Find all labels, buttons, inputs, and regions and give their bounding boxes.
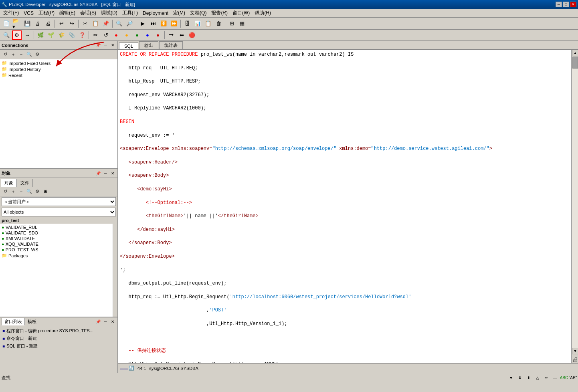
tb-copy[interactable]: 📋: [91, 19, 100, 28]
scroll-down[interactable]: ▼: [572, 348, 578, 354]
menu-project[interactable]: 工程(P): [36, 9, 57, 17]
tb2-b3[interactable]: 🌾: [57, 30, 66, 40]
menu-doc[interactable]: 文档(Q): [188, 9, 209, 17]
user-dropdown[interactable]: ＜当前用户＞: [2, 197, 116, 206]
win-item-3[interactable]: ■ SQL 窗口 - 新建: [2, 342, 116, 350]
find-btn-1[interactable]: ▼: [507, 374, 515, 382]
winlist-close[interactable]: ✕: [109, 319, 116, 325]
obj-remove[interactable]: −: [18, 188, 25, 195]
tb2-c3[interactable]: ●: [111, 30, 121, 40]
tb-new[interactable]: 📄: [2, 19, 11, 28]
menu-session[interactable]: 会话(S): [78, 9, 99, 17]
tb-save[interactable]: 💾: [22, 19, 32, 28]
tb-db3[interactable]: 📋: [203, 19, 213, 28]
objects-minimize[interactable]: ─: [102, 170, 109, 177]
tb-undo[interactable]: ↩: [57, 19, 66, 28]
conn-settings[interactable]: ⚙: [34, 51, 41, 58]
connections-pin[interactable]: 📌: [95, 42, 101, 48]
tb-open-dropdown[interactable]: 📂▾: [12, 19, 22, 28]
tab-objects[interactable]: 对象: [1, 179, 17, 187]
tab-sql[interactable]: SQL: [119, 42, 138, 49]
tb-print2[interactable]: 🖨: [43, 19, 53, 28]
tb2-nav3[interactable]: 🔴: [187, 30, 197, 40]
conn-remove[interactable]: −: [18, 51, 25, 58]
tb2-settings[interactable]: ⚙: [12, 30, 22, 40]
tb-search2[interactable]: 🔎: [125, 19, 134, 28]
menu-help[interactable]: 帮助(H): [252, 9, 273, 17]
tb2-c2[interactable]: ↺: [101, 30, 111, 40]
tb2-b2[interactable]: 🌱: [46, 30, 56, 40]
find-btn-5[interactable]: ✏: [543, 374, 550, 382]
tab-window-list[interactable]: 窗口列表: [2, 318, 25, 325]
menu-deployment[interactable]: Deployment: [140, 10, 171, 17]
objects-close[interactable]: ✕: [109, 170, 116, 177]
menu-tools[interactable]: 工具(T): [120, 9, 140, 17]
scroll-track[interactable]: [572, 56, 578, 348]
conn-add[interactable]: +: [10, 51, 17, 58]
find-btn-abc[interactable]: ABC: [560, 374, 568, 382]
tb-print[interactable]: 🖨: [33, 19, 42, 28]
tb2-b4[interactable]: 📎: [67, 30, 77, 40]
close-btn[interactable]: ✕: [570, 2, 576, 7]
tab-template[interactable]: 模板: [25, 318, 39, 325]
win-item-2[interactable]: ■ 命令窗口 - 新建: [2, 335, 116, 342]
connections-minimize[interactable]: ─: [102, 42, 109, 48]
scroll-thumb[interactable]: [572, 57, 578, 69]
obj-item-packages[interactable]: 📁 Packages: [1, 253, 112, 259]
tb2-search[interactable]: 🔍: [2, 30, 11, 40]
filter-dropdown[interactable]: All objects: [2, 208, 116, 216]
menu-macro[interactable]: 宏(M): [171, 9, 188, 17]
menu-edit[interactable]: 编辑(E): [57, 9, 78, 17]
tb-db1[interactable]: 🗄: [182, 19, 192, 28]
tab-stats[interactable]: 统计表: [159, 41, 183, 49]
obj-refresh[interactable]: ↺: [2, 188, 9, 195]
find-btn-4[interactable]: △: [534, 374, 541, 382]
find-btn-2[interactable]: ⬇: [516, 374, 523, 382]
tb2-c4[interactable]: ●: [122, 30, 131, 40]
obj-item-5[interactable]: ● PRO_TEST_WS: [1, 247, 112, 253]
menu-debug[interactable]: 调试(D): [99, 9, 120, 17]
tb-grid2[interactable]: ▦: [237, 19, 247, 28]
obj-add[interactable]: +: [10, 188, 17, 195]
tb-search[interactable]: 🔍: [114, 19, 124, 28]
tb2-help[interactable]: ❓: [77, 30, 87, 40]
tb2-nav2[interactable]: ⬅: [177, 30, 186, 40]
obj-extra[interactable]: ⊞: [42, 188, 49, 195]
tb-run3[interactable]: ⏬: [159, 19, 168, 28]
tb-run[interactable]: ▶: [138, 19, 148, 28]
obj-item-4[interactable]: ● XQQ_VALIDATE: [1, 241, 112, 247]
tb-cut[interactable]: ✂: [80, 19, 90, 28]
tb2-c1[interactable]: ✏: [91, 30, 100, 40]
tb-db4[interactable]: 🗑: [214, 19, 223, 28]
title-bar-controls[interactable]: ─ □ ✕: [556, 2, 576, 7]
find-btn-3[interactable]: ⬆: [525, 374, 532, 382]
restore-btn[interactable]: □: [563, 2, 569, 7]
obj-scrollbar[interactable]: [113, 224, 117, 317]
tb-run2[interactable]: ⏭: [148, 19, 158, 28]
tb2-c6[interactable]: ●: [143, 30, 152, 40]
tb-db2[interactable]: 📊: [193, 19, 202, 28]
win-item-1[interactable]: ■ 程序窗口 - 编辑 procedure SYS.PRO_TES...: [2, 327, 116, 335]
connections-close[interactable]: ✕: [109, 42, 116, 48]
winlist-pin[interactable]: 📌: [95, 319, 101, 325]
obj-item-2[interactable]: ● VALIDATE_SDO: [1, 230, 112, 236]
menu-vcs[interactable]: VCS: [21, 10, 36, 17]
tb2-nav1[interactable]: ⮕: [166, 30, 176, 40]
menu-file[interactable]: 文件(F): [1, 9, 21, 17]
tb2-arrow[interactable]: →: [22, 30, 32, 40]
obj-settings[interactable]: ⚙: [34, 188, 41, 195]
menu-window[interactable]: 窗口(W): [230, 9, 252, 17]
tb2-c7[interactable]: ●: [153, 30, 163, 40]
tb2-b1[interactable]: 🌿: [36, 30, 45, 40]
find-btn-ab[interactable]: "AB": [569, 374, 576, 382]
tb-paste[interactable]: 📌: [101, 19, 111, 28]
menu-report[interactable]: 报告(R): [209, 9, 230, 17]
tree-item-imported-history[interactable]: 📁 Imported History: [1, 66, 117, 72]
objects-pin[interactable]: 📌: [95, 170, 101, 177]
tab-files[interactable]: 文件: [17, 179, 33, 187]
tb2-c5[interactable]: ●: [132, 30, 142, 40]
find-btn-6[interactable]: —: [552, 374, 559, 382]
tb-grid[interactable]: ⊞: [227, 19, 236, 28]
conn-search[interactable]: 🔍: [26, 51, 33, 58]
code-editor[interactable]: CREATE OR REPLACE PROCEDURE pro_test_ws(…: [118, 50, 572, 363]
